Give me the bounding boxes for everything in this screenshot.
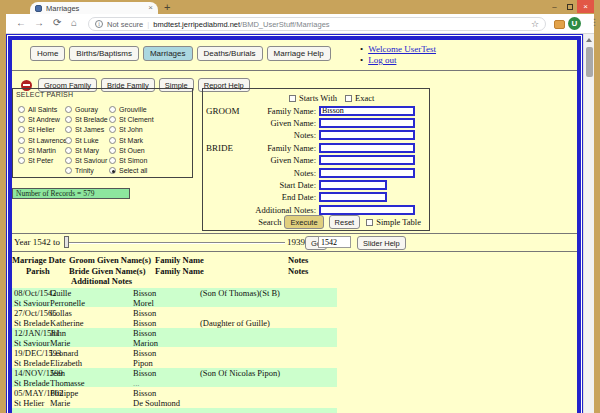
year-slider-track[interactable] bbox=[64, 242, 285, 244]
main-nav: Home Births/Baptisms Marriages Deaths/Bu… bbox=[30, 46, 331, 61]
menu-dots-icon[interactable]: ⋮ bbox=[590, 17, 599, 27]
parish-radio-trinity[interactable]: Trinity bbox=[65, 166, 108, 176]
bookmark-star-icon[interactable]: ☆ bbox=[531, 19, 539, 29]
parish-radio-st-clement[interactable]: St Clement bbox=[109, 114, 154, 124]
home-icon[interactable]: ⌂ bbox=[71, 17, 77, 28]
parish-radio-st-simon[interactable]: St Simon bbox=[109, 155, 154, 165]
nav-marriage-help-button[interactable]: Marriage Help bbox=[267, 46, 331, 61]
window-maximize-button[interactable] bbox=[562, 0, 577, 13]
nav-deaths-button[interactable]: Deaths/Burials bbox=[197, 46, 263, 61]
reset-button[interactable]: Reset bbox=[329, 215, 361, 229]
parish-radio-gouray[interactable]: Gouray bbox=[65, 104, 108, 114]
parish-radio-st-mary[interactable]: St Mary bbox=[65, 145, 108, 155]
window-close-button[interactable]: × bbox=[577, 0, 594, 13]
end-date-input[interactable] bbox=[319, 192, 387, 202]
welcome-user-link[interactable]: Welcome UserTest bbox=[368, 44, 436, 54]
parish-radio-st-ouen[interactable]: St Ouen bbox=[109, 145, 154, 155]
parish-radio-grouville[interactable]: Grouville bbox=[109, 104, 154, 114]
groom-family-name-input[interactable] bbox=[319, 106, 415, 116]
profile-avatar[interactable]: U bbox=[568, 17, 581, 30]
table-row[interactable]: 14/NOV/1599JeanBisson(Son Of Nicolas Pip… bbox=[12, 368, 337, 387]
radio-icon[interactable] bbox=[65, 147, 72, 154]
table-row[interactable]: 08/Oct/1542GuilleBisson(Son Of Thomas)(S… bbox=[12, 288, 337, 307]
extension-icon[interactable] bbox=[554, 20, 565, 29]
radio-icon[interactable] bbox=[65, 157, 72, 164]
url-bar[interactable]: i Not secure | bmdtest.jerripediabmd.net… bbox=[88, 17, 546, 31]
bride-given-name-input[interactable] bbox=[319, 155, 415, 165]
radio-icon[interactable] bbox=[18, 126, 25, 133]
info-icon[interactable]: i bbox=[95, 20, 103, 28]
radio-icon[interactable] bbox=[65, 167, 72, 174]
divider bbox=[12, 251, 577, 252]
reload-icon[interactable]: ⟳ bbox=[53, 17, 61, 28]
radio-selected-icon[interactable] bbox=[109, 167, 116, 174]
radio-icon[interactable] bbox=[65, 116, 72, 123]
bride-family-name-input[interactable] bbox=[319, 143, 415, 153]
exact-checkbox[interactable] bbox=[345, 95, 352, 102]
parish-radio-st-andrew[interactable]: St Andrew bbox=[18, 114, 67, 124]
starts-with-checkbox[interactable] bbox=[289, 95, 296, 102]
nav-births-button[interactable]: Births/Baptisms bbox=[69, 46, 139, 61]
back-icon[interactable]: ← bbox=[16, 17, 26, 28]
radio-icon[interactable] bbox=[65, 137, 72, 144]
table-row[interactable]: 27/Oct/1566CollasBisson St BreladeKather… bbox=[12, 308, 337, 327]
radio-icon[interactable] bbox=[109, 137, 116, 144]
nav-marriages-button[interactable]: Marriages bbox=[143, 46, 193, 61]
groom-notes-label: Notes: bbox=[241, 130, 319, 140]
start-date-input[interactable] bbox=[319, 180, 387, 190]
radio-icon[interactable] bbox=[109, 116, 116, 123]
table-row[interactable]: 19/DEC/1593LeonardBisson St BreladeEliza… bbox=[12, 348, 337, 367]
search-panel: Starts With Exact GROOM Family Name: Giv… bbox=[202, 88, 430, 231]
year-slider-thumb[interactable] bbox=[64, 236, 69, 248]
forward-icon[interactable]: → bbox=[34, 17, 44, 28]
parish-radio-st-lawrence[interactable]: St Lawrence bbox=[18, 135, 67, 145]
url-path: /BMD_UserStuff/Marriages bbox=[240, 20, 329, 29]
parish-radio-st-james[interactable]: St James bbox=[65, 125, 108, 135]
parish-radio-all-saints[interactable]: All Saints bbox=[18, 104, 67, 114]
table-row[interactable]: 05/MAY/1602PhilippeBisson St HelierMarie… bbox=[12, 388, 337, 407]
parish-radio-st-john[interactable]: St John bbox=[109, 125, 154, 135]
slider-help-button[interactable]: Slider Help bbox=[357, 236, 406, 250]
tab-close-icon[interactable]: × bbox=[148, 4, 153, 12]
radio-icon[interactable] bbox=[65, 126, 72, 133]
parish-radio-st-mark[interactable]: St Mark bbox=[109, 135, 154, 145]
logout-link[interactable]: Log out bbox=[368, 55, 396, 65]
radio-icon[interactable] bbox=[18, 137, 25, 144]
parish-radio-st-luke[interactable]: St Luke bbox=[65, 135, 108, 145]
parish-radio-st-saviour[interactable]: St Saviour bbox=[65, 155, 108, 165]
additional-notes-input[interactable] bbox=[319, 205, 415, 215]
radio-icon[interactable] bbox=[109, 157, 116, 164]
scrollbar-thumb[interactable] bbox=[586, 47, 593, 77]
execute-button[interactable]: Execute bbox=[284, 215, 323, 229]
bride-notes-input[interactable] bbox=[319, 168, 415, 178]
radio-icon[interactable] bbox=[18, 116, 25, 123]
groom-given-name-input[interactable] bbox=[319, 118, 415, 128]
page-scrollbar[interactable] bbox=[583, 34, 594, 413]
year-slider-row: Year 1542 to 1939 Go Slider Help bbox=[12, 235, 577, 250]
parish-radio-st-martin[interactable]: St Martin bbox=[18, 145, 67, 155]
user-links: Welcome UserTest Log out bbox=[360, 43, 436, 65]
parish-radio-select-all[interactable]: Select all bbox=[109, 166, 154, 176]
radio-icon[interactable] bbox=[109, 147, 116, 154]
radio-icon[interactable] bbox=[18, 157, 25, 164]
simple-table-checkbox[interactable] bbox=[366, 219, 373, 226]
scrollbar-up-icon[interactable] bbox=[584, 34, 594, 45]
browser-tab[interactable]: Marriages × bbox=[30, 2, 158, 14]
new-tab-button[interactable]: + bbox=[164, 1, 170, 13]
radio-icon[interactable] bbox=[18, 106, 25, 113]
window-minimize-button[interactable]: – bbox=[547, 0, 562, 13]
parish-radio-st-peter[interactable]: St Peter bbox=[18, 155, 67, 165]
radio-icon[interactable] bbox=[65, 106, 72, 113]
table-row-partial[interactable] bbox=[12, 408, 337, 413]
parish-radio-st-brelade[interactable]: St Brelade bbox=[65, 114, 108, 124]
groom-notes-input[interactable] bbox=[319, 130, 415, 140]
radio-icon[interactable] bbox=[109, 106, 116, 113]
nav-home-button[interactable]: Home bbox=[30, 46, 65, 61]
radio-icon[interactable] bbox=[109, 126, 116, 133]
divider bbox=[12, 233, 577, 234]
exact-label: Exact bbox=[355, 93, 374, 103]
parish-radio-st-helier[interactable]: St Helier bbox=[18, 125, 67, 135]
table-row[interactable]: 12/JAN/1581JohnBisson St SaviourMarieMar… bbox=[12, 328, 337, 347]
year-input[interactable] bbox=[318, 236, 351, 248]
radio-icon[interactable] bbox=[18, 147, 25, 154]
